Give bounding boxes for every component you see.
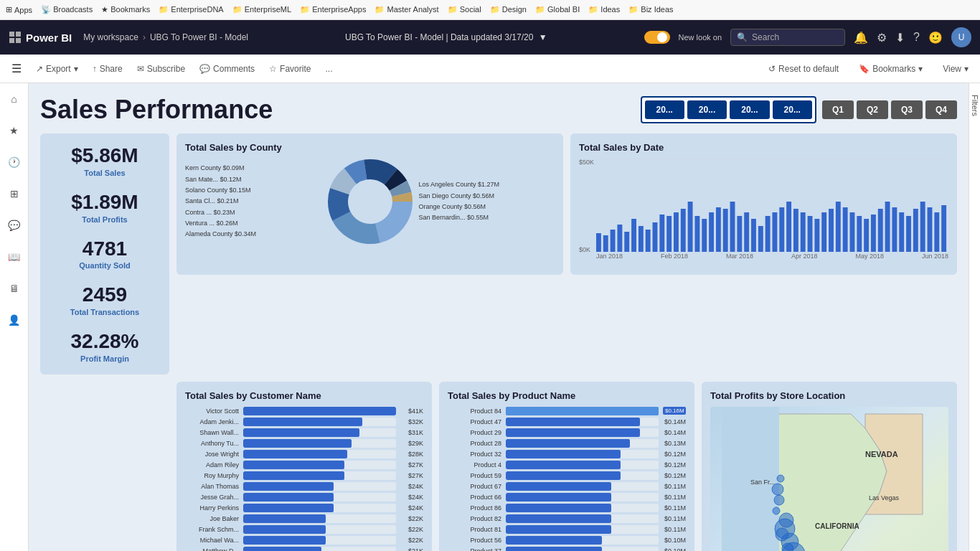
customer-value: $24K xyxy=(400,494,423,501)
svg-rect-20 xyxy=(617,225,622,252)
sidebar-apps-icon[interactable]: ⊞ xyxy=(4,184,24,204)
breadcrumb-report[interactable]: UBG To Power BI - Model xyxy=(150,32,248,42)
total-sales-kpi: $5.86M Total Sales xyxy=(49,145,161,177)
notifications-icon[interactable]: 🔔 xyxy=(854,31,868,44)
enterprisedna-link[interactable]: 📁 EnterpriseDNA xyxy=(159,5,223,14)
svg-point-69 xyxy=(777,475,784,482)
year-btn-3[interactable]: 20... xyxy=(730,100,769,119)
search-box[interactable]: 🔍 Search xyxy=(730,29,845,46)
customer-name: Frank Schm... xyxy=(185,526,239,533)
product-list: Product 84 $0.16M Product 47 $0.14M Prod… xyxy=(448,407,686,551)
filters-tab[interactable]: Filters xyxy=(969,89,981,122)
svg-rect-64 xyxy=(928,207,933,252)
emoji-icon[interactable]: 🙂 xyxy=(928,31,943,44)
comments-button[interactable]: 💬 Comments xyxy=(199,64,255,74)
svg-rect-32 xyxy=(702,219,707,252)
list-item: Product 28 $0.13M xyxy=(448,439,686,448)
subscribe-button[interactable]: ✉ Subscribe xyxy=(137,64,185,74)
list-item: Product 56 $0.10M xyxy=(448,536,686,545)
nevada-label: NEVADA xyxy=(865,450,898,458)
sidebar-profile-icon[interactable]: 👤 xyxy=(4,310,24,330)
svg-rect-1 xyxy=(16,32,21,37)
app-logo[interactable]: Power BI xyxy=(9,31,72,44)
svg-rect-41 xyxy=(765,216,771,252)
sidebar-favorites-icon[interactable]: ★ xyxy=(4,121,24,141)
ideas-link[interactable]: 📁 Ideas xyxy=(588,5,620,14)
broadcasts-link[interactable]: 📡 Broadcasts xyxy=(41,5,93,14)
q1-button[interactable]: Q1 xyxy=(822,100,854,119)
svg-rect-37 xyxy=(737,216,742,252)
avatar[interactable]: U xyxy=(951,27,971,47)
year-btn-4[interactable]: 20... xyxy=(773,100,812,119)
x-label-apr: Apr 2018 xyxy=(791,253,818,260)
bizideas-link[interactable]: 📁 Biz Ideas xyxy=(628,5,673,14)
bookmarks-button[interactable]: 🔖 Bookmarks ▾ xyxy=(859,64,923,74)
app-name: Power BI xyxy=(26,32,72,44)
year-btn-1[interactable]: 20... xyxy=(645,100,684,119)
product-bar-container xyxy=(506,428,659,437)
sidebar-learn-icon[interactable]: 📖 xyxy=(4,247,24,267)
svg-point-71 xyxy=(774,495,784,505)
product-value: $0.11M xyxy=(663,515,686,522)
svg-rect-31 xyxy=(694,216,699,252)
view-chevron: ▾ xyxy=(964,64,969,74)
bar-chart-title: Total Sales by Date xyxy=(579,142,948,153)
sidebar-workspaces-icon[interactable]: 🖥 xyxy=(4,278,24,298)
quantity-sold-value: 4781 xyxy=(49,238,161,260)
bar-chart-container: $50K $0K xyxy=(579,159,948,266)
share-button[interactable]: ↑ Share xyxy=(93,64,123,74)
export-button[interactable]: ↗ Export ▾ xyxy=(36,64,78,74)
new-look-toggle[interactable] xyxy=(644,31,670,44)
svg-rect-3 xyxy=(16,38,21,43)
customer-chart-panel: Total Sales by Customer Name Victor Scot… xyxy=(176,382,432,551)
sidebar-recent-icon[interactable]: 🕐 xyxy=(4,152,24,172)
list-item: Roy Murphy $27K xyxy=(185,471,423,480)
favorite-icon: ☆ xyxy=(269,64,277,74)
product-name: Product 32 xyxy=(448,451,501,458)
customer-value: $22K xyxy=(400,537,423,544)
enterpriseapps-link[interactable]: 📁 EnterpriseApps xyxy=(300,5,366,14)
top-row: $5.86M Total Sales $1.89M Total Profits … xyxy=(40,133,957,375)
enterpriseml-link[interactable]: 📁 EnterpriseML xyxy=(232,5,291,14)
page-title: Sales Performance xyxy=(40,95,641,125)
bookmarks-link[interactable]: ★ Bookmarks xyxy=(101,5,150,14)
breadcrumb-workspace[interactable]: My workspace xyxy=(83,32,138,42)
menu-icon[interactable]: ☰ xyxy=(11,62,22,75)
masteranalyst-link[interactable]: 📁 Master Analyst xyxy=(374,5,438,14)
dropdown-arrow[interactable]: ▼ xyxy=(539,32,547,42)
donut-legend-left: Kern County $0.09M San Mate... $0.12M So… xyxy=(185,163,321,240)
x-label-mar: Mar 2018 xyxy=(726,253,753,260)
subscribe-icon: ✉ xyxy=(137,64,144,74)
view-button[interactable]: View ▾ xyxy=(943,64,969,74)
list-item: Product 32 $0.12M xyxy=(448,450,686,458)
profit-margin-kpi: 32.28% Profit Margin xyxy=(49,331,161,363)
reset-button[interactable]: ↺ Reset to default xyxy=(768,64,839,74)
q2-button[interactable]: Q2 xyxy=(857,100,888,119)
more-button[interactable]: ... xyxy=(325,64,332,74)
new-look-label: New look on xyxy=(679,33,722,42)
q4-button[interactable]: Q4 xyxy=(925,100,957,119)
bottom-row: Total Sales by Customer Name Victor Scot… xyxy=(40,382,957,551)
help-icon[interactable]: ? xyxy=(913,31,920,44)
y-axis-0k: $0K xyxy=(579,246,590,253)
download-icon[interactable]: ⬇ xyxy=(895,31,905,44)
svg-rect-54 xyxy=(857,216,862,252)
sidebar-messages-icon[interactable]: 💬 xyxy=(4,215,24,235)
q3-button[interactable]: Q3 xyxy=(891,100,923,119)
product-value: $0.13M xyxy=(663,440,686,447)
bookmarks-icon: 🔖 xyxy=(859,64,870,74)
customer-name: Jesse Grah... xyxy=(185,494,239,501)
favorite-button[interactable]: ☆ Favorite xyxy=(269,64,311,74)
share-icon: ↑ xyxy=(93,64,97,74)
sidebar-home-icon[interactable]: ⌂ xyxy=(4,89,24,109)
svg-rect-2 xyxy=(9,38,14,43)
globalbi-link[interactable]: 📁 Global BI xyxy=(535,5,580,14)
customer-name: Adam Riley xyxy=(185,461,239,468)
social-link[interactable]: 📁 Social xyxy=(448,5,481,14)
year-btn-2[interactable]: 20... xyxy=(687,100,727,119)
total-profits-label: Total Profits xyxy=(49,215,161,224)
settings-icon[interactable]: ⚙ xyxy=(877,31,887,44)
customer-bar-container xyxy=(243,547,396,551)
apps-link[interactable]: ⊞ Apps xyxy=(6,5,32,14)
design-link[interactable]: 📁 Design xyxy=(490,5,527,14)
